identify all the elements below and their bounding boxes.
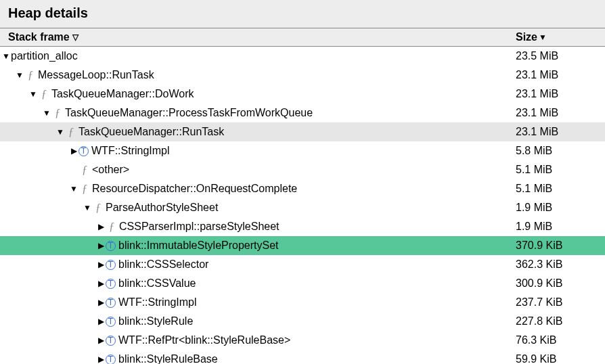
stack-frame-label: <other>: [92, 162, 129, 178]
stack-frame-cell: ▶Tblink::ImmutableStylePropertySet: [0, 237, 516, 254]
expand-arrow-down-icon[interactable]: ▼: [15, 69, 24, 81]
size-cell: 370.9 KiB: [516, 237, 597, 254]
stack-frame-cell: ▶ƒCSSParserImpl::parseStyleSheet: [0, 219, 516, 235]
column-header-row: Stack frame ▽ Size ▼: [0, 28, 605, 47]
sort-indicator-icon: ▼: [539, 32, 547, 42]
tree-row[interactable]: ▼ƒResourceDispatcher::OnRequestComplete5…: [0, 179, 605, 198]
stack-frame-label: MessageLoop::RunTask: [38, 67, 154, 83]
tree-row[interactable]: ▼ƒTaskQueueManager::ProcessTaskFromWorkQ…: [0, 104, 605, 122]
size-cell: 5.8 MiB: [516, 143, 597, 159]
function-icon: ƒ: [106, 219, 118, 235]
stack-frame-label: TaskQueueManager::RunTask: [79, 124, 224, 140]
stack-frame-cell: ▶Tblink::StyleRule: [0, 313, 516, 329]
function-icon: ƒ: [92, 200, 104, 216]
tree-row[interactable]: ▶Tblink::CSSValue300.9 KiB: [0, 274, 605, 293]
stack-frame-cell: ▼ƒResourceDispatcher::OnRequestComplete: [0, 181, 516, 197]
expand-arrow-down-icon[interactable]: ▼: [28, 88, 38, 100]
expand-arrow-down-icon[interactable]: ▼: [55, 126, 65, 138]
stack-frame-cell: ▶TWTF::StringImpl: [0, 294, 516, 311]
size-cell: 5.1 MiB: [516, 162, 597, 178]
tree-row[interactable]: ▶Tblink::ImmutableStylePropertySet370.9 …: [0, 236, 605, 255]
column-header-size-label: Size: [516, 31, 537, 43]
size-cell: 1.9 MiB: [516, 200, 597, 216]
stack-frame-cell: ▶Tblink::CSSSelector: [0, 256, 516, 273]
type-icon: T: [106, 317, 116, 327]
stack-frame-label: CSSParserImpl::parseStyleSheet: [119, 219, 279, 235]
tree-row[interactable]: ▼partition_alloc23.5 MiB: [0, 47, 605, 66]
stack-frame-label: TaskQueueManager::DoWork: [51, 86, 194, 102]
expand-arrow-right-icon[interactable]: ▶: [96, 277, 106, 290]
expand-arrow-right-icon[interactable]: ▶: [96, 221, 106, 233]
stack-frame-label: blink::StyleRuleBase: [118, 351, 218, 364]
tree-row[interactable]: ▶ƒCSSParserImpl::parseStyleSheet1.9 MiB: [0, 217, 605, 236]
tree-row[interactable]: ▶Tblink::StyleRuleBase59.9 KiB: [0, 350, 605, 364]
expand-arrow-right-icon[interactable]: ▶: [96, 334, 106, 346]
stack-frame-label: blink::CSSValue: [118, 275, 196, 292]
size-cell: 23.1 MiB: [516, 67, 597, 83]
stack-frame-label: WTF::StringImpl: [91, 143, 170, 159]
size-cell: 76.3 KiB: [516, 332, 597, 348]
stack-frame-label: blink::ImmutableStylePropertySet: [118, 237, 279, 254]
tree-row[interactable]: ▶Tblink::CSSSelector362.3 KiB: [0, 255, 605, 274]
tree-row[interactable]: ▶TWTF::StringImpl237.7 KiB: [0, 293, 605, 312]
size-cell: 1.9 MiB: [516, 219, 597, 235]
column-header-stack-frame[interactable]: Stack frame ▽: [8, 31, 516, 43]
size-cell: 23.1 MiB: [516, 86, 597, 102]
stack-frame-cell: ▼ƒMessageLoop::RunTask: [0, 67, 516, 83]
type-icon: T: [106, 298, 116, 308]
stack-frame-cell: ▶Tblink::CSSValue: [0, 275, 516, 292]
stack-frame-label: ParseAuthorStyleSheet: [106, 200, 218, 216]
function-icon: ƒ: [38, 86, 50, 102]
size-cell: 300.9 KiB: [516, 275, 597, 292]
size-cell: 23.1 MiB: [516, 105, 597, 121]
size-cell: 59.9 KiB: [516, 351, 597, 364]
expand-arrow-down-icon[interactable]: ▼: [83, 202, 92, 214]
stack-frame-cell: ▼partition_alloc: [0, 48, 516, 64]
stack-frame-label: TaskQueueManager::ProcessTaskFromWorkQue…: [65, 105, 313, 121]
stack-frame-cell: ▶ƒ<other>: [0, 162, 516, 178]
expand-arrow-down-icon[interactable]: ▼: [69, 183, 79, 195]
stack-frame-cell: ▼ƒTaskQueueManager::ProcessTaskFromWorkQ…: [0, 105, 516, 121]
stack-frame-label: WTF::StringImpl: [118, 294, 197, 311]
expand-arrow-right-icon[interactable]: ▶: [96, 258, 106, 271]
tree-row[interactable]: ▶Tblink::StyleRule227.8 KiB: [0, 312, 605, 331]
expand-arrow-right-icon[interactable]: ▶: [96, 353, 106, 364]
stack-frame-label: WTF::RefPtr<blink::StyleRuleBase>: [118, 332, 290, 348]
expand-arrow-right-icon[interactable]: ▶: [69, 145, 79, 157]
tree-row[interactable]: ▼ƒMessageLoop::RunTask23.1 MiB: [0, 66, 605, 85]
expand-arrow-right-icon[interactable]: ▶: [96, 240, 106, 252]
stack-frame-cell: ▼ƒTaskQueueManager::RunTask: [0, 124, 516, 140]
tree-row[interactable]: ▼ƒTaskQueueManager::DoWork23.1 MiB: [0, 85, 605, 104]
function-icon: ƒ: [51, 105, 64, 121]
size-cell: 23.1 MiB: [516, 124, 597, 140]
expand-arrow-right-icon[interactable]: ▶: [96, 315, 106, 327]
size-cell: 227.8 KiB: [516, 313, 597, 329]
sort-indicator-icon: ▽: [72, 32, 79, 42]
type-icon: T: [106, 279, 116, 289]
expand-arrow-right-icon[interactable]: ▶: [96, 296, 106, 309]
stack-frame-cell: ▶TWTF::RefPtr<blink::StyleRuleBase>: [0, 332, 516, 348]
stack-frame-label: blink::CSSSelector: [118, 256, 208, 273]
column-header-stack-label: Stack frame: [8, 31, 70, 43]
column-header-size[interactable]: Size ▼: [516, 31, 597, 43]
tree-row[interactable]: ▶TWTF::StringImpl5.8 MiB: [0, 141, 605, 160]
size-cell: 362.3 KiB: [516, 256, 597, 273]
expand-arrow-down-icon[interactable]: ▼: [42, 107, 51, 119]
tree-row[interactable]: ▼ƒParseAuthorStyleSheet1.9 MiB: [0, 198, 605, 217]
stack-frame-label: ResourceDispatcher::OnRequestComplete: [92, 181, 297, 197]
expand-arrow-down-icon[interactable]: ▼: [1, 50, 11, 62]
tree-row[interactable]: ▶ƒ<other>5.1 MiB: [0, 160, 605, 179]
stack-frame-label: partition_alloc: [11, 48, 78, 64]
panel-title: Heap details: [0, 0, 605, 28]
tree-rows-container: ▼partition_alloc23.5 MiB▼ƒMessageLoop::R…: [0, 47, 605, 364]
stack-frame-label: blink::StyleRule: [118, 313, 193, 329]
tree-row[interactable]: ▼ƒTaskQueueManager::RunTask23.1 MiB: [0, 122, 605, 141]
function-icon: ƒ: [79, 181, 91, 197]
type-icon: T: [106, 336, 116, 346]
function-icon: ƒ: [65, 124, 77, 140]
type-icon: T: [106, 260, 116, 270]
tree-row[interactable]: ▶TWTF::RefPtr<blink::StyleRuleBase>76.3 …: [0, 331, 605, 350]
size-cell: 5.1 MiB: [516, 181, 597, 197]
function-icon: ƒ: [24, 67, 37, 83]
stack-frame-cell: ▶TWTF::StringImpl: [0, 143, 516, 159]
